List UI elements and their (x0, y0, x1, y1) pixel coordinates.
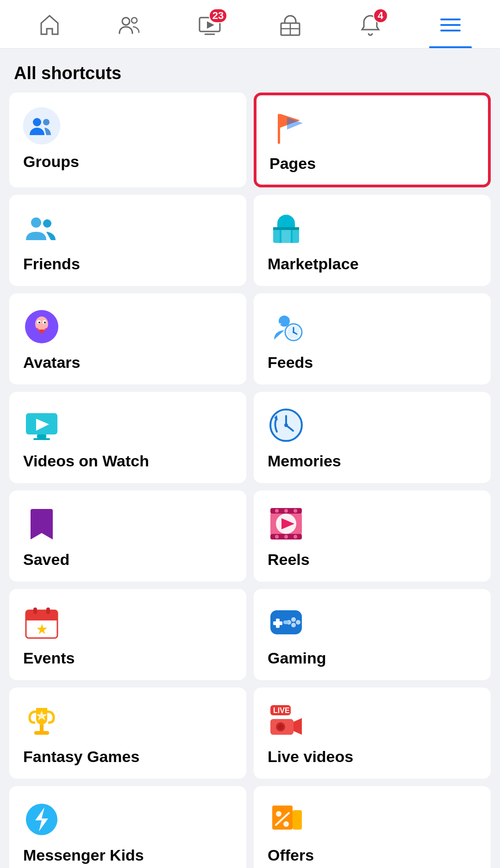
shortcut-reels[interactable]: Reels (254, 490, 491, 582)
friends-label: Friends (23, 255, 80, 273)
shortcut-avatars[interactable]: Avatars (9, 293, 246, 384)
feeds-label: Feeds (268, 353, 313, 372)
svg-point-56 (294, 535, 297, 539)
nav-watch[interactable]: 23 (188, 8, 231, 43)
people-icon (118, 13, 142, 39)
svg-point-67 (296, 620, 300, 625)
svg-rect-23 (293, 230, 299, 243)
shortcut-memories[interactable]: Memories (254, 392, 491, 483)
reels-label: Reels (268, 551, 310, 569)
svg-rect-72 (34, 731, 49, 735)
shortcut-feeds[interactable]: Feeds (254, 293, 491, 384)
section-title: All shortcuts (0, 49, 500, 93)
svg-point-51 (275, 509, 279, 513)
shortcut-messengerkids[interactable]: Messenger Kids (9, 786, 246, 868)
svg-rect-65 (273, 621, 282, 625)
shortcut-marketplace[interactable]: Marketplace (254, 195, 491, 286)
svg-point-18 (43, 219, 51, 228)
hamburger-icon (438, 13, 462, 39)
nav-people[interactable] (108, 8, 151, 43)
events-label: Events (23, 649, 75, 667)
shortcut-livevideos[interactable]: LIVE Live videos (254, 688, 491, 779)
avatars-label: Avatars (23, 353, 80, 372)
svg-rect-71 (40, 725, 44, 731)
svg-point-13 (43, 119, 50, 125)
svg-point-12 (33, 118, 41, 126)
fantasy-label: Fantasy Games (23, 748, 139, 766)
svg-point-68 (291, 623, 296, 627)
watch-badge: 23 (209, 8, 227, 23)
nav-menu[interactable] (429, 8, 472, 43)
svg-rect-40 (37, 434, 46, 438)
shortcut-groups[interactable]: Groups (9, 93, 246, 187)
svg-rect-21 (281, 230, 291, 243)
livevideos-icon: LIVE (268, 702, 305, 739)
friends-icon (23, 210, 60, 247)
svg-point-53 (294, 509, 297, 513)
gaming-icon (268, 604, 305, 641)
shortcut-offers[interactable]: Offers (254, 786, 491, 868)
shortcut-fantasy[interactable]: Fantasy Games (9, 688, 246, 779)
offers-icon (268, 801, 305, 838)
svg-text:LIVE: LIVE (273, 707, 290, 714)
svg-point-17 (31, 217, 41, 228)
shortcut-saved[interactable]: Saved (9, 490, 246, 582)
messengerkids-label: Messenger Kids (23, 846, 144, 864)
groups-icon (23, 107, 60, 144)
notifications-badge: 4 (373, 8, 388, 23)
svg-point-29 (44, 322, 46, 323)
home-icon (38, 13, 62, 39)
shortcut-friends[interactable]: Friends (9, 195, 246, 286)
svg-point-44 (284, 423, 288, 427)
svg-marker-77 (294, 718, 302, 735)
pages-label: Pages (269, 155, 316, 173)
svg-point-55 (284, 535, 288, 539)
nav-bar: 23 4 (0, 0, 500, 49)
svg-point-79 (278, 724, 283, 730)
memories-icon (268, 407, 305, 444)
svg-point-28 (38, 322, 40, 323)
offers-label: Offers (268, 846, 314, 864)
marketplace-icon (268, 210, 305, 247)
nav-notifications[interactable]: 4 (349, 8, 392, 43)
svg-rect-62 (46, 608, 50, 614)
fantasy-icon (23, 702, 60, 739)
nav-marketplace[interactable] (269, 8, 312, 43)
svg-point-36 (293, 331, 294, 333)
svg-point-54 (275, 535, 279, 539)
svg-rect-83 (293, 810, 302, 830)
marketplace-nav-icon (278, 13, 302, 39)
groups-label: Groups (23, 153, 79, 171)
avatars-icon (23, 308, 60, 345)
saved-label: Saved (23, 551, 69, 569)
svg-rect-70 (283, 620, 289, 624)
shortcut-videos[interactable]: Videos on Watch (9, 392, 246, 483)
svg-point-0 (122, 18, 130, 25)
livevideos-label: Live videos (268, 748, 353, 766)
events-icon (23, 604, 60, 641)
shortcut-gaming[interactable]: Gaming (254, 589, 491, 680)
svg-point-30 (39, 329, 44, 333)
svg-rect-59 (26, 617, 57, 620)
saved-icon (23, 505, 60, 542)
messengerkids-icon (23, 801, 60, 838)
svg-rect-41 (33, 438, 50, 440)
gaming-label: Gaming (268, 649, 326, 667)
shortcut-pages[interactable]: Pages (254, 93, 491, 187)
feeds-icon (268, 308, 305, 345)
svg-rect-20 (273, 227, 299, 230)
svg-point-84 (276, 811, 281, 817)
svg-point-1 (131, 18, 137, 23)
svg-rect-82 (272, 806, 293, 830)
reels-icon (268, 505, 305, 542)
marketplace-label: Marketplace (268, 255, 359, 273)
shortcut-events[interactable]: Events (9, 589, 246, 680)
svg-point-66 (291, 617, 296, 622)
svg-point-85 (283, 821, 289, 827)
memories-label: Memories (268, 452, 341, 470)
videos-icon (23, 407, 60, 444)
svg-rect-61 (33, 608, 37, 614)
nav-home[interactable] (28, 8, 71, 43)
pages-icon (269, 109, 306, 146)
svg-point-52 (284, 509, 288, 513)
